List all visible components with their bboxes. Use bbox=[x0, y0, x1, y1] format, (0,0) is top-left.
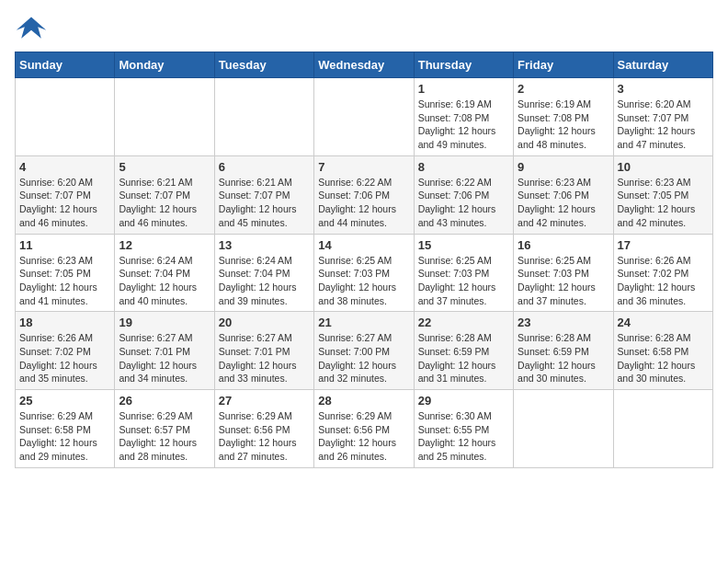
calendar-cell bbox=[613, 390, 712, 468]
day-info: Sunrise: 6:27 AMSunset: 7:01 PMDaylight:… bbox=[219, 331, 310, 385]
calendar-week-row: 11Sunrise: 6:23 AMSunset: 7:05 PMDayligh… bbox=[16, 234, 713, 312]
calendar-table: SundayMondayTuesdayWednesdayThursdayFrid… bbox=[15, 52, 713, 468]
calendar-cell: 9Sunrise: 6:23 AMSunset: 7:06 PMDaylight… bbox=[514, 155, 613, 234]
day-number: 1 bbox=[418, 82, 509, 96]
day-info: Sunrise: 6:28 AMSunset: 6:58 PMDaylight:… bbox=[618, 331, 709, 385]
day-info: Sunrise: 6:22 AMSunset: 7:06 PMDaylight:… bbox=[318, 176, 409, 230]
day-info: Sunrise: 6:24 AMSunset: 7:04 PMDaylight:… bbox=[119, 254, 210, 308]
day-number: 6 bbox=[219, 160, 310, 174]
calendar-cell: 6Sunrise: 6:21 AMSunset: 7:07 PMDaylight… bbox=[214, 155, 313, 234]
day-number: 28 bbox=[318, 394, 409, 408]
day-number: 14 bbox=[318, 238, 409, 252]
day-number: 10 bbox=[618, 160, 709, 174]
calendar-cell: 21Sunrise: 6:27 AMSunset: 7:00 PMDayligh… bbox=[314, 312, 414, 390]
day-number: 5 bbox=[119, 160, 210, 174]
calendar-cell: 13Sunrise: 6:24 AMSunset: 7:04 PMDayligh… bbox=[214, 234, 313, 312]
day-info: Sunrise: 6:21 AMSunset: 7:07 PMDaylight:… bbox=[219, 176, 310, 230]
day-info: Sunrise: 6:25 AMSunset: 7:03 PMDaylight:… bbox=[318, 254, 409, 308]
day-info: Sunrise: 6:30 AMSunset: 6:55 PMDaylight:… bbox=[418, 409, 509, 464]
calendar-cell: 12Sunrise: 6:24 AMSunset: 7:04 PMDayligh… bbox=[115, 234, 214, 312]
day-number: 24 bbox=[618, 316, 709, 329]
day-number: 18 bbox=[19, 316, 110, 329]
day-info: Sunrise: 6:23 AMSunset: 7:06 PMDaylight:… bbox=[518, 176, 609, 230]
day-info: Sunrise: 6:29 AMSunset: 6:56 PMDaylight:… bbox=[318, 409, 409, 464]
day-info: Sunrise: 6:23 AMSunset: 7:05 PMDaylight:… bbox=[19, 254, 110, 308]
day-number: 23 bbox=[518, 316, 609, 329]
day-info: Sunrise: 6:28 AMSunset: 6:59 PMDaylight:… bbox=[518, 331, 609, 385]
calendar-cell: 10Sunrise: 6:23 AMSunset: 7:05 PMDayligh… bbox=[613, 155, 712, 234]
day-header-saturday: Saturday bbox=[613, 52, 712, 78]
day-number: 7 bbox=[318, 160, 409, 174]
calendar-cell: 5Sunrise: 6:21 AMSunset: 7:07 PMDaylight… bbox=[115, 155, 214, 234]
day-info: Sunrise: 6:29 AMSunset: 6:56 PMDaylight:… bbox=[219, 409, 310, 464]
day-info: Sunrise: 6:28 AMSunset: 6:59 PMDaylight:… bbox=[418, 331, 509, 385]
logo bbox=[15, 15, 51, 42]
day-info: Sunrise: 6:24 AMSunset: 7:04 PMDaylight:… bbox=[219, 254, 310, 308]
day-info: Sunrise: 6:19 AMSunset: 7:08 PMDaylight:… bbox=[418, 98, 509, 152]
calendar-cell: 2Sunrise: 6:19 AMSunset: 7:08 PMDaylight… bbox=[514, 78, 613, 156]
day-header-friday: Friday bbox=[514, 52, 613, 78]
day-header-sunday: Sunday bbox=[16, 52, 115, 78]
page-header bbox=[15, 15, 713, 42]
day-header-wednesday: Wednesday bbox=[314, 52, 414, 78]
day-number: 20 bbox=[219, 316, 310, 329]
calendar-cell: 17Sunrise: 6:26 AMSunset: 7:02 PMDayligh… bbox=[613, 234, 712, 312]
day-number: 15 bbox=[418, 238, 509, 252]
calendar-cell: 3Sunrise: 6:20 AMSunset: 7:07 PMDaylight… bbox=[613, 78, 712, 156]
day-number: 26 bbox=[119, 394, 210, 408]
day-number: 2 bbox=[518, 82, 609, 96]
day-info: Sunrise: 6:20 AMSunset: 7:07 PMDaylight:… bbox=[618, 98, 709, 152]
day-number: 25 bbox=[19, 394, 110, 408]
calendar-cell: 15Sunrise: 6:25 AMSunset: 7:03 PMDayligh… bbox=[414, 234, 513, 312]
calendar-cell bbox=[16, 78, 115, 156]
calendar-cell: 27Sunrise: 6:29 AMSunset: 6:56 PMDayligh… bbox=[214, 390, 313, 468]
day-info: Sunrise: 6:27 AMSunset: 7:00 PMDaylight:… bbox=[318, 331, 409, 385]
day-header-thursday: Thursday bbox=[414, 52, 513, 78]
day-number: 9 bbox=[518, 160, 609, 174]
day-number: 19 bbox=[119, 316, 210, 329]
calendar-cell: 8Sunrise: 6:22 AMSunset: 7:06 PMDaylight… bbox=[414, 155, 513, 234]
calendar-cell: 16Sunrise: 6:25 AMSunset: 7:03 PMDayligh… bbox=[514, 234, 613, 312]
calendar-cell: 28Sunrise: 6:29 AMSunset: 6:56 PMDayligh… bbox=[314, 390, 414, 468]
day-number: 21 bbox=[318, 316, 409, 329]
day-info: Sunrise: 6:25 AMSunset: 7:03 PMDaylight:… bbox=[518, 254, 609, 308]
day-header-tuesday: Tuesday bbox=[214, 52, 313, 78]
day-info: Sunrise: 6:26 AMSunset: 7:02 PMDaylight:… bbox=[19, 331, 110, 385]
day-info: Sunrise: 6:19 AMSunset: 7:08 PMDaylight:… bbox=[518, 98, 609, 152]
day-info: Sunrise: 6:26 AMSunset: 7:02 PMDaylight:… bbox=[618, 254, 709, 308]
day-number: 8 bbox=[418, 160, 509, 174]
logo-icon bbox=[15, 15, 48, 42]
calendar-cell: 19Sunrise: 6:27 AMSunset: 7:01 PMDayligh… bbox=[115, 312, 214, 390]
calendar-cell bbox=[214, 78, 313, 156]
day-info: Sunrise: 6:20 AMSunset: 7:07 PMDaylight:… bbox=[19, 176, 110, 230]
svg-marker-0 bbox=[17, 17, 46, 38]
calendar-week-row: 1Sunrise: 6:19 AMSunset: 7:08 PMDaylight… bbox=[16, 78, 713, 156]
day-number: 27 bbox=[219, 394, 310, 408]
calendar-week-row: 25Sunrise: 6:29 AMSunset: 6:58 PMDayligh… bbox=[16, 390, 713, 468]
calendar-cell: 29Sunrise: 6:30 AMSunset: 6:55 PMDayligh… bbox=[414, 390, 513, 468]
day-info: Sunrise: 6:22 AMSunset: 7:06 PMDaylight:… bbox=[418, 176, 509, 230]
calendar-cell: 4Sunrise: 6:20 AMSunset: 7:07 PMDaylight… bbox=[16, 155, 115, 234]
day-info: Sunrise: 6:29 AMSunset: 6:57 PMDaylight:… bbox=[119, 409, 210, 464]
day-info: Sunrise: 6:25 AMSunset: 7:03 PMDaylight:… bbox=[418, 254, 509, 308]
calendar-cell: 7Sunrise: 6:22 AMSunset: 7:06 PMDaylight… bbox=[314, 155, 414, 234]
day-header-monday: Monday bbox=[115, 52, 214, 78]
day-info: Sunrise: 6:27 AMSunset: 7:01 PMDaylight:… bbox=[119, 331, 210, 385]
day-number: 17 bbox=[618, 238, 709, 252]
day-number: 16 bbox=[518, 238, 609, 252]
day-number: 29 bbox=[418, 394, 509, 408]
calendar-cell: 22Sunrise: 6:28 AMSunset: 6:59 PMDayligh… bbox=[414, 312, 513, 390]
calendar-cell: 20Sunrise: 6:27 AMSunset: 7:01 PMDayligh… bbox=[214, 312, 313, 390]
calendar-cell: 23Sunrise: 6:28 AMSunset: 6:59 PMDayligh… bbox=[514, 312, 613, 390]
day-number: 3 bbox=[618, 82, 709, 96]
calendar-cell: 18Sunrise: 6:26 AMSunset: 7:02 PMDayligh… bbox=[16, 312, 115, 390]
day-number: 13 bbox=[219, 238, 310, 252]
calendar-cell bbox=[115, 78, 214, 156]
calendar-cell: 14Sunrise: 6:25 AMSunset: 7:03 PMDayligh… bbox=[314, 234, 414, 312]
calendar-cell: 11Sunrise: 6:23 AMSunset: 7:05 PMDayligh… bbox=[16, 234, 115, 312]
day-number: 4 bbox=[19, 160, 110, 174]
calendar-week-row: 4Sunrise: 6:20 AMSunset: 7:07 PMDaylight… bbox=[16, 155, 713, 234]
calendar-cell bbox=[514, 390, 613, 468]
day-info: Sunrise: 6:21 AMSunset: 7:07 PMDaylight:… bbox=[119, 176, 210, 230]
day-info: Sunrise: 6:23 AMSunset: 7:05 PMDaylight:… bbox=[618, 176, 709, 230]
